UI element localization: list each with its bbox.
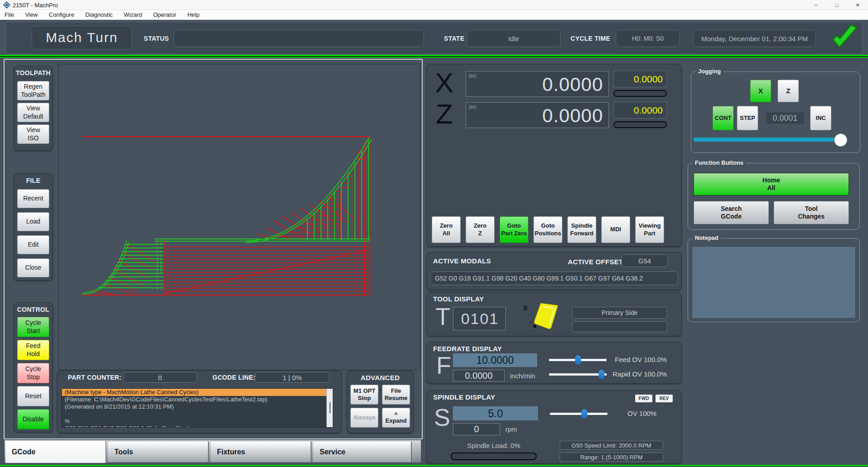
axis-z-progress <box>613 121 667 128</box>
jog-axis-z-button[interactable]: Z <box>778 80 799 102</box>
jog-axis-x-button[interactable]: X <box>750 80 771 102</box>
viewing-part-button[interactable]: Viewing Part <box>635 216 664 243</box>
tool-letter: T <box>435 304 450 329</box>
axis-x-dtg-value: 0.0000 <box>634 74 663 85</box>
feed-override-slider[interactable] <box>549 359 607 361</box>
cycle-stop-button[interactable]: Cycle Stop <box>17 363 49 383</box>
close-icon[interactable]: ✕ <box>847 0 868 10</box>
jog-inc-button[interactable]: INC <box>810 106 831 130</box>
title-bar: 2150T - MachPro ─ □ ✕ <box>0 0 868 10</box>
goto-positions-button[interactable]: Goto Positions <box>533 216 562 243</box>
tab-tools[interactable]: Tools <box>108 442 209 462</box>
regen-toolpath-button[interactable]: Regen ToolPath <box>17 81 49 100</box>
jog-cont-button[interactable]: CONT <box>712 106 734 130</box>
active-modals-title: ACTIVE MODALS <box>433 257 491 265</box>
active-modals-codes: G52 G0 G18 G91.1 G98 G20 G40 G80 G99.1 G… <box>430 272 678 285</box>
part-counter-value: 0 <box>123 372 197 383</box>
datetime-field: Monday, December 01, 2:00:34 PM <box>693 30 816 47</box>
feed-override-handle[interactable] <box>575 355 581 365</box>
gcode-row[interactable]: % <box>62 418 333 425</box>
spindle-override-slider[interactable] <box>550 413 608 415</box>
menu-wizard[interactable]: Wizard <box>119 10 146 19</box>
menu-diagnostic[interactable]: Diagnostic <box>81 10 118 19</box>
tab-gcode[interactable]: GCode <box>5 441 106 463</box>
menu-view[interactable]: View <box>20 10 42 19</box>
gcode-row[interactable]: (Generated on 8/21/2015 at 12:10:31 PM) <box>62 403 333 410</box>
part-counter-label: PART COUNTER: <box>68 374 122 381</box>
m1-opt-stop-button[interactable]: M1 OPT Stop <box>350 385 378 405</box>
goto-part-zero-button[interactable]: Goto Part Zero <box>500 216 528 243</box>
spindle-letter: S <box>434 405 450 429</box>
file-close-button[interactable]: Close <box>17 258 49 277</box>
gcode-listing[interactable]: (Machine type - MachMotion Lathe Canned … <box>61 388 333 428</box>
spindle-override-handle[interactable] <box>581 409 587 419</box>
cycle-start-button[interactable]: Cycle Start <box>17 317 49 337</box>
zero-z-button[interactable]: Zero Z <box>466 216 495 243</box>
gcode-row-current[interactable]: (Machine type - MachMotion Lathe Canned … <box>62 389 333 396</box>
tool-changes-button[interactable]: Tool Changes <box>774 201 849 224</box>
zero-all-button[interactable]: Zero All <box>432 216 461 243</box>
spindle-fwd-button[interactable]: FWD <box>635 395 652 402</box>
alexsys-button[interactable]: Alexsys <box>350 408 378 428</box>
jog-speed-handle[interactable] <box>834 133 847 147</box>
jogging-title: Jogging <box>696 68 723 75</box>
advanced-panel-title: ADVANCED <box>347 374 414 381</box>
rapid-override-handle[interactable] <box>599 370 604 379</box>
spindle-load-label: Spindle Load: 0% <box>451 442 537 449</box>
search-gcode-button[interactable]: Search GCode <box>693 201 769 224</box>
menu-operator[interactable]: Operator <box>149 10 181 19</box>
control-panel-title: CONTROL <box>14 306 53 313</box>
feedrate-programmed: 10.0000 <box>453 353 537 367</box>
file-recent-button[interactable]: Recent <box>17 189 49 208</box>
menu-configure[interactable]: Configure <box>44 10 79 19</box>
spindle-forward-button[interactable]: Spindle Forward <box>567 216 596 243</box>
axis-x-dtg: 0.0000 <box>613 71 667 87</box>
gcode-row[interactable]: (Filename: C:\Mach4Dev\GCodeFiles\Canned… <box>62 396 333 403</box>
feedrate-units: inch/min <box>510 372 535 380</box>
spindle-rev-button[interactable]: REV <box>656 395 673 402</box>
tool-insert-icon <box>530 302 561 330</box>
window-title: 2150T - MachPro <box>13 2 58 9</box>
menu-help[interactable]: Help <box>183 10 204 19</box>
gcode-scrollbar[interactable] <box>326 389 333 428</box>
feed-hold-button[interactable]: Feed Hold <box>17 340 49 360</box>
jog-step-button[interactable]: STEP <box>737 106 758 130</box>
jog-speed-slider[interactable] <box>693 138 847 142</box>
tab-fixtures[interactable]: Fixtures <box>211 442 311 462</box>
tab-service[interactable]: Service <box>313 442 412 462</box>
axis-z-dtg: 0.0000 <box>613 102 667 119</box>
axis-x-units: (in) <box>469 73 476 78</box>
tool-number: 0101 <box>453 310 506 328</box>
toolpath-display[interactable] <box>58 64 420 370</box>
file-edit-button[interactable]: Edit <box>17 235 49 254</box>
rapid-override-slider[interactable] <box>549 373 607 376</box>
axis-z-units: (in) <box>469 104 476 110</box>
view-default-button[interactable]: View Default <box>17 103 49 122</box>
notepad-textarea[interactable] <box>692 246 856 319</box>
file-resume-button[interactable]: File Resume <box>382 385 410 405</box>
rapid-ov-label: Rapid OV 100.0% <box>613 370 667 378</box>
cycle-time-field: H0: M0: S0 <box>616 30 680 47</box>
jog-increment-field[interactable]: 0.0001 <box>765 112 805 124</box>
gcode-row[interactable]: G00 G18 G54 G40 G80 G90.1 (Safe Start St… <box>62 425 333 428</box>
maximize-icon[interactable]: □ <box>826 0 847 10</box>
file-panel-title: FILE <box>14 177 53 184</box>
gcode-row[interactable] <box>62 410 333 418</box>
tool-secondary-side <box>572 321 667 332</box>
file-load-button[interactable]: Load <box>17 212 49 231</box>
expand-button[interactable]: ^ Expand <box>382 408 410 428</box>
minimize-icon[interactable]: ─ <box>806 0 826 10</box>
status-field <box>174 30 424 47</box>
tab-strip: GCode Tools Fixtures Service <box>5 440 421 462</box>
home-all-button[interactable]: Home All <box>693 173 849 195</box>
axis-x-progress <box>613 90 667 97</box>
state-label: STATE <box>444 35 464 42</box>
spindle-programmed: 5.0 <box>453 406 538 420</box>
tool-primary-side: Primary Side <box>572 307 667 319</box>
mdi-button[interactable]: MDI <box>601 216 630 243</box>
view-iso-button[interactable]: View ISO <box>17 124 49 144</box>
machpro-window: 2150T - MachPro ─ □ ✕ File View Configur… <box>0 0 868 467</box>
menu-file[interactable]: File <box>0 10 19 19</box>
disable-button[interactable]: Disable <box>17 409 49 429</box>
reset-button[interactable]: Reset <box>17 386 49 406</box>
